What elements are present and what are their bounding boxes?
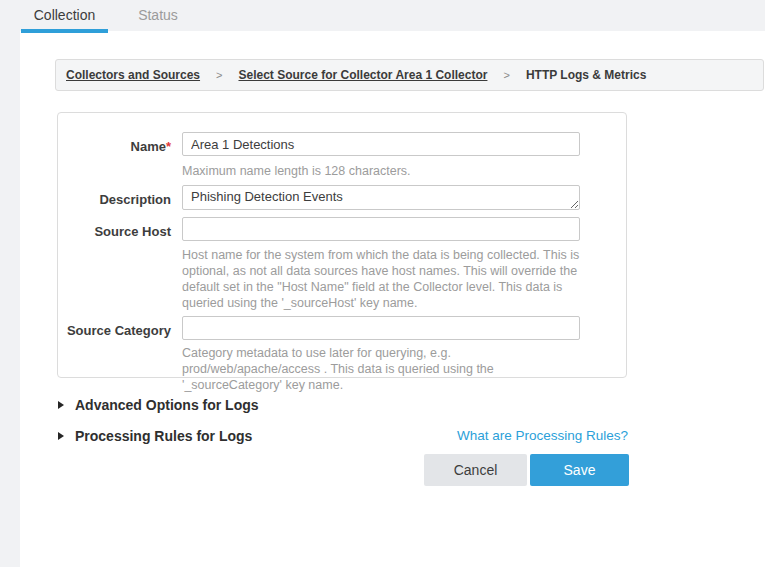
- caret-right-icon: [58, 401, 64, 409]
- save-button[interactable]: Save: [530, 454, 629, 486]
- cancel-button[interactable]: Cancel: [424, 454, 527, 486]
- name-label-text: Name: [131, 139, 166, 154]
- source-host-label: Source Host: [58, 224, 171, 239]
- tab-collection[interactable]: Collection: [21, 0, 108, 31]
- tab-status[interactable]: Status: [130, 0, 186, 31]
- what-are-processing-rules-link[interactable]: What are Processing Rules?: [457, 428, 628, 443]
- advanced-options-section-toggle[interactable]: Advanced Options for Logs: [58, 397, 259, 413]
- description-textarea[interactable]: Phishing Detection Events: [182, 185, 580, 210]
- source-host-help-text: Host name for the system from which the …: [182, 247, 588, 311]
- breadcrumb: Collectors and Sources > Select Source f…: [55, 59, 764, 91]
- source-host-input[interactable]: [182, 217, 580, 241]
- name-help-text: Maximum name length is 128 characters.: [182, 163, 588, 179]
- breadcrumb-select-source[interactable]: Select Source for Collector Area 1 Colle…: [238, 68, 487, 82]
- breadcrumb-collectors-and-sources[interactable]: Collectors and Sources: [66, 68, 200, 82]
- source-category-label: Source Category: [58, 323, 171, 338]
- required-asterisk: *: [166, 139, 171, 154]
- tab-bar: Collection Status: [0, 0, 765, 31]
- content-panel: Collectors and Sources > Select Source f…: [20, 31, 765, 567]
- caret-right-icon: [58, 432, 64, 440]
- description-label: Description: [58, 192, 171, 207]
- advanced-options-label: Advanced Options for Logs: [75, 397, 259, 413]
- processing-rules-section-toggle[interactable]: Processing Rules for Logs: [58, 428, 252, 444]
- active-tab-indicator: [21, 29, 108, 33]
- breadcrumb-separator: >: [216, 69, 222, 81]
- name-label: Name*: [58, 139, 171, 154]
- processing-rules-label: Processing Rules for Logs: [75, 428, 252, 444]
- source-category-help-text: Category metadata to use later for query…: [182, 345, 588, 393]
- source-config-card: Name* Maximum name length is 128 charact…: [57, 112, 627, 378]
- name-input[interactable]: [182, 132, 580, 156]
- source-category-input[interactable]: [182, 316, 580, 340]
- breadcrumb-separator: >: [503, 69, 509, 81]
- breadcrumb-current-page: HTTP Logs & Metrics: [526, 68, 646, 82]
